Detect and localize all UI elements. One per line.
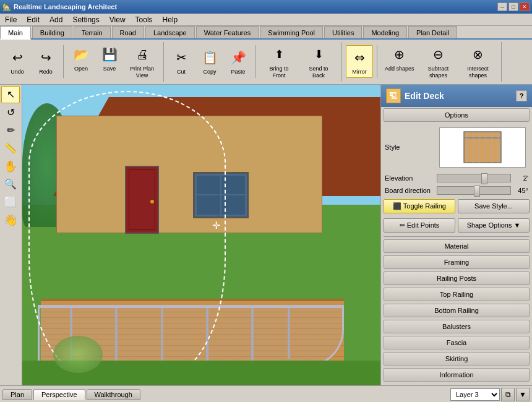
railing-posts-section[interactable]: Railing Posts xyxy=(384,272,530,285)
app-title: Realtime Landscaping Architect xyxy=(14,3,117,11)
elevation-thumb[interactable] xyxy=(481,173,487,184)
print-icon: 🖨 xyxy=(132,45,152,64)
options-button[interactable]: Options xyxy=(384,108,530,122)
railing-post-2 xyxy=(115,308,118,365)
save-button[interactable]: 💾 Save xyxy=(96,42,123,75)
save-style-button[interactable]: Save Style... xyxy=(458,199,530,213)
select-tool[interactable]: ↖ xyxy=(1,86,20,103)
tab-road[interactable]: Road xyxy=(112,26,144,38)
send-back-button[interactable]: ⬇ Send to Back xyxy=(299,42,338,82)
menu-view[interactable]: View xyxy=(105,14,131,25)
style-row: Style xyxy=(381,123,532,172)
house-door xyxy=(125,166,159,234)
panel-title-area: 🏗 Edit Deck xyxy=(386,88,444,103)
intersect-shapes-label: Intersect shapes xyxy=(463,66,494,79)
rotate-tool[interactable]: ↺ xyxy=(1,104,20,121)
layer-select[interactable]: Layer 3 Layer 1 Layer 2 xyxy=(450,388,500,401)
undo-icon: ↩ xyxy=(7,48,27,67)
measure-tool[interactable]: 📏 xyxy=(1,140,20,157)
maximize-button[interactable]: □ xyxy=(508,2,518,11)
undo-button[interactable]: ↩ Undo xyxy=(4,45,31,78)
tab-modeling[interactable]: Modeling xyxy=(363,26,407,38)
perspective-tab[interactable]: Perspective xyxy=(33,389,85,400)
elevation-label: Elevation xyxy=(385,174,434,182)
tab-building[interactable]: Building xyxy=(32,26,72,38)
panel-title: Edit Deck xyxy=(405,91,444,101)
minimize-button[interactable]: ─ xyxy=(497,2,507,11)
tab-terrain[interactable]: Terrain xyxy=(74,26,111,38)
cut-button[interactable]: ✂ Cut xyxy=(168,45,195,78)
hand-tool[interactable]: 👋 xyxy=(1,212,20,229)
redo-button[interactable]: ↪ Redo xyxy=(32,45,59,78)
board-direction-label: Board direction xyxy=(385,187,434,194)
print-button[interactable]: 🖨 Print Plan View xyxy=(124,42,160,82)
tab-landscape[interactable]: Landscape xyxy=(145,26,195,38)
balusters-section[interactable]: Balusters xyxy=(384,320,530,333)
clipboard-group: ✂ Cut 📋 Copy 📌 Paste xyxy=(168,45,256,78)
tab-main[interactable]: Main xyxy=(0,26,31,40)
mirror-button[interactable]: ⇔ Mirror xyxy=(346,45,373,78)
menu-file[interactable]: File xyxy=(0,14,22,25)
bottom-railing-section[interactable]: Bottom Railing xyxy=(384,304,530,317)
add-shapes-button[interactable]: ⊕ Add shapes xyxy=(381,42,418,75)
shape-options-button[interactable]: Shape Options ▼ xyxy=(458,218,530,233)
paste-label: Paste xyxy=(231,69,245,75)
open-icon: 📂 xyxy=(71,45,91,64)
file-group: 📂 Open 💾 Save 🖨 Print Plan View xyxy=(67,42,164,82)
elevation-slider[interactable] xyxy=(437,174,511,182)
panel-help-button[interactable]: ? xyxy=(516,90,527,101)
layer-icon-btn-2[interactable]: ▼ xyxy=(516,388,530,401)
tab-utilities[interactable]: Utilities xyxy=(324,26,362,38)
mirror-icon: ⇔ xyxy=(350,48,369,67)
subtract-shapes-button[interactable]: ⊖ Subtract shapes xyxy=(419,42,458,82)
material-section[interactable]: Material xyxy=(384,239,530,253)
tab-water-features[interactable]: Water Features xyxy=(196,26,259,38)
bring-front-button[interactable]: ⬆ Bring to Front xyxy=(260,42,298,82)
window-pane-4 xyxy=(221,195,245,215)
zoom-tool[interactable]: 🔍 xyxy=(1,176,20,193)
house-wall xyxy=(56,116,322,233)
toggle-railing-button[interactable]: ⬛ Toggle Railing xyxy=(384,199,455,213)
walkthrough-tab[interactable]: Walkthrough xyxy=(87,389,140,400)
edit-tool[interactable]: ✏ xyxy=(1,122,20,139)
pan-tool[interactable]: ✋ xyxy=(1,158,20,175)
information-section[interactable]: Information xyxy=(384,368,530,382)
plan-tab[interactable]: Plan xyxy=(2,389,32,400)
paste-button[interactable]: 📌 Paste xyxy=(225,45,252,78)
tab-swimming-pool[interactable]: Swimming Pool xyxy=(260,26,323,38)
canvas-area[interactable]: ✛ xyxy=(22,85,380,385)
left-toolbar: ↖ ↺ ✏ 📏 ✋ 🔍 ⬜ 👋 xyxy=(0,85,22,385)
intersect-shapes-button[interactable]: ⊗ Intersect shapes xyxy=(459,42,497,82)
open-button[interactable]: 📂 Open xyxy=(67,42,95,75)
copy-button[interactable]: 📋 Copy xyxy=(196,45,223,78)
door-knob xyxy=(150,200,154,203)
open-label: Open xyxy=(74,66,88,72)
mirror-group: ⇔ Mirror xyxy=(346,45,377,78)
edit-buttons-row: ✏ Edit Points Shape Options ▼ xyxy=(381,216,532,235)
save-label: Save xyxy=(103,66,116,72)
subtract-shapes-label: Subtract shapes xyxy=(423,66,454,79)
tab-plan-detail[interactable]: Plan Detail xyxy=(408,26,457,38)
layer-icon-btn-1[interactable]: ⧉ xyxy=(501,388,515,401)
fascia-section[interactable]: Fascia xyxy=(384,336,530,349)
board-direction-thumb[interactable] xyxy=(474,186,480,197)
skirting-section[interactable]: Skirting xyxy=(384,352,530,366)
menu-add[interactable]: Add xyxy=(45,14,67,25)
menu-tools[interactable]: Tools xyxy=(131,14,158,25)
board-direction-slider[interactable] xyxy=(437,186,511,195)
bottom-tabs: Plan Perspective Walkthrough Layer 3 Lay… xyxy=(0,385,532,402)
menu-settings[interactable]: Settings xyxy=(67,14,104,25)
paste-icon: 📌 xyxy=(228,48,248,67)
framing-section[interactable]: Framing xyxy=(384,255,530,269)
close-button[interactable]: ✕ xyxy=(520,2,530,11)
menu-help[interactable]: Help xyxy=(158,14,183,25)
right-panel: 🏗 Edit Deck ? Options Style xyxy=(380,85,532,385)
region-tool[interactable]: ⬜ xyxy=(1,194,20,211)
top-railing-section[interactable]: Top Railing xyxy=(384,288,530,301)
style-preview[interactable] xyxy=(439,127,526,168)
edit-points-button[interactable]: ✏ Edit Points xyxy=(384,218,455,233)
panel-divider xyxy=(384,236,530,237)
copy-icon: 📋 xyxy=(200,48,220,67)
print-label: Print Plan View xyxy=(128,66,156,79)
menu-edit[interactable]: Edit xyxy=(22,14,45,25)
